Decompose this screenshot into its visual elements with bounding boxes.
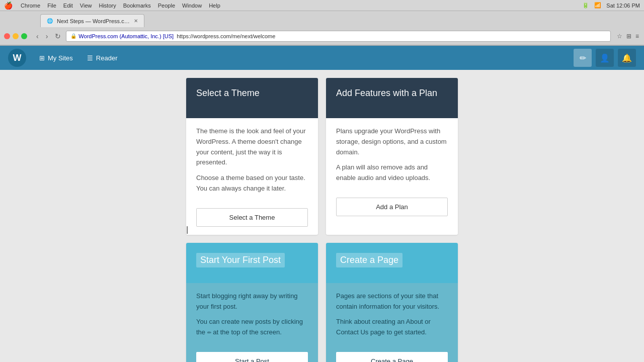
reader-label: Reader bbox=[96, 54, 118, 62]
select-theme-button[interactable]: Select a Theme bbox=[196, 208, 308, 227]
traffic-lights bbox=[4, 33, 27, 39]
first-post-card-header: Start Your First Post bbox=[186, 243, 318, 283]
first-post-desc-2: You can create new posts by clicking the… bbox=[196, 317, 308, 338]
create-page-card-body: Pages are sections of your site that con… bbox=[326, 283, 458, 346]
minimize-window-button[interactable] bbox=[13, 33, 19, 39]
url-path: https://wordpress.com/me/next/welcome bbox=[177, 33, 275, 39]
wordpress-logo[interactable]: W bbox=[8, 49, 26, 67]
tab-bar: 🌐 Next Steps — WordPress.c… ✕ bbox=[0, 11, 644, 27]
url-display: WordPress.com (Automattic, Inc.) [US] ht… bbox=[78, 33, 275, 39]
select-theme-desc-2: Choose a theme based on your taste. You … bbox=[196, 173, 308, 194]
add-plan-card-footer: Add a Plan bbox=[326, 192, 458, 224]
create-page-title: Create a Page bbox=[336, 253, 403, 267]
my-sites-label: My Sites bbox=[48, 54, 73, 62]
menu-icon[interactable]: ≡ bbox=[634, 32, 640, 41]
wp-logo-text: W bbox=[13, 53, 22, 63]
create-page-card-footer: Create a Page bbox=[326, 346, 458, 362]
extensions-icon[interactable]: ⊞ bbox=[625, 32, 632, 41]
clock: Sat 12:06 PM bbox=[606, 3, 640, 9]
profile-button[interactable]: 👤 bbox=[596, 49, 614, 67]
create-page-desc-1: Pages are sections of your site that con… bbox=[336, 291, 448, 312]
mac-menu-bar: 🍎 Chrome File Edit View History Bookmark… bbox=[0, 0, 644, 11]
browser-tab[interactable]: 🌐 Next Steps — WordPress.c… ✕ bbox=[40, 14, 144, 27]
battery-icon: 🔋 bbox=[582, 2, 589, 9]
menu-window[interactable]: Window bbox=[182, 3, 202, 9]
create-page-button[interactable]: Create a Page bbox=[336, 352, 448, 362]
create-page-card: Create a Page Pages are sections of your… bbox=[326, 243, 458, 362]
menu-file[interactable]: File bbox=[47, 3, 56, 9]
ssl-lock-icon: 🔒 bbox=[70, 33, 76, 39]
pencil-icon: ✏ bbox=[207, 330, 211, 335]
select-theme-card-body: The theme is the look and feel of your W… bbox=[186, 118, 318, 202]
tab-close-button[interactable]: ✕ bbox=[134, 18, 138, 24]
select-theme-desc-1: The theme is the look and feel of your W… bbox=[196, 126, 308, 168]
add-plan-card: Add Features with a Plan Plans upgrade y… bbox=[326, 78, 458, 235]
wifi-icon: 📶 bbox=[594, 2, 601, 9]
create-page-card-header: Create a Page bbox=[326, 243, 458, 283]
main-content: Select a Theme The theme is the look and… bbox=[0, 70, 644, 362]
menu-history[interactable]: History bbox=[99, 3, 116, 9]
first-post-card-footer: Start a Post bbox=[186, 346, 318, 362]
create-page-desc-2: Think about creating an About or Contact… bbox=[336, 317, 448, 338]
menu-people[interactable]: People bbox=[158, 3, 175, 9]
select-theme-card: Select a Theme The theme is the look and… bbox=[186, 78, 318, 235]
reader-icon: ☰ bbox=[87, 54, 93, 62]
forward-button[interactable]: › bbox=[44, 31, 50, 41]
browser-chrome: 🌐 Next Steps — WordPress.c… ✕ ‹ › ↻ 🔒 Wo… bbox=[0, 11, 644, 46]
menu-help[interactable]: Help bbox=[209, 3, 220, 9]
url-origin: WordPress.com (Automattic, Inc.) [US] bbox=[78, 33, 174, 39]
menu-view[interactable]: View bbox=[80, 3, 92, 9]
first-post-desc-1: Start blogging right away by writing you… bbox=[196, 291, 308, 312]
first-post-card: Start Your First Post Start blogging rig… bbox=[186, 243, 318, 362]
add-plan-card-body: Plans upgrade your WordPress with storag… bbox=[326, 118, 458, 192]
apple-icon[interactable]: 🍎 bbox=[4, 2, 13, 10]
menu-edit[interactable]: Edit bbox=[63, 3, 73, 9]
tab-title: Next Steps — WordPress.c… bbox=[57, 18, 130, 24]
add-plan-title: Add Features with a Plan bbox=[336, 88, 448, 99]
first-post-card-body: Start blogging right away by writing you… bbox=[186, 283, 318, 346]
back-button[interactable]: ‹ bbox=[34, 31, 41, 41]
my-sites-nav[interactable]: ⊞ My Sites bbox=[32, 50, 80, 66]
cards-grid: Select a Theme The theme is the look and… bbox=[186, 78, 458, 362]
compose-button[interactable]: ✏ bbox=[574, 49, 592, 67]
tab-favicon: 🌐 bbox=[47, 18, 53, 24]
first-post-title: Start Your First Post bbox=[196, 253, 285, 267]
address-bar[interactable]: 🔒 WordPress.com (Automattic, Inc.) [US] … bbox=[66, 31, 611, 42]
menu-bookmarks[interactable]: Bookmarks bbox=[123, 3, 151, 9]
select-theme-title: Select a Theme bbox=[196, 88, 308, 99]
select-theme-card-footer: Select a Theme bbox=[186, 202, 318, 235]
wordpress-header: W ⊞ My Sites ☰ Reader ✏ 👤 🔔 bbox=[0, 46, 644, 70]
close-window-button[interactable] bbox=[4, 33, 10, 39]
notifications-button[interactable]: 🔔 bbox=[618, 49, 636, 67]
select-theme-card-header: Select a Theme bbox=[186, 78, 318, 118]
reload-button[interactable]: ↻ bbox=[53, 31, 63, 41]
add-plan-desc-1: Plans upgrade your WordPress with storag… bbox=[336, 126, 448, 157]
mac-status-bar: 🔋 📶 Sat 12:06 PM bbox=[582, 2, 640, 9]
add-plan-card-header: Add Features with a Plan bbox=[326, 78, 458, 118]
menu-chrome[interactable]: Chrome bbox=[21, 3, 40, 9]
maximize-window-button[interactable] bbox=[21, 33, 27, 39]
add-plan-desc-2: A plan will also remove ads and enable a… bbox=[336, 162, 448, 184]
header-right-icons: ✏ 👤 🔔 bbox=[574, 49, 636, 67]
reader-nav[interactable]: ☰ Reader bbox=[80, 50, 125, 66]
add-plan-button[interactable]: Add a Plan bbox=[336, 198, 448, 216]
my-sites-icon: ⊞ bbox=[39, 54, 45, 62]
start-post-button[interactable]: Start a Post bbox=[196, 352, 308, 362]
browser-toolbar: ‹ › ↻ 🔒 WordPress.com (Automattic, Inc.)… bbox=[0, 27, 644, 45]
bookmark-icon[interactable]: ☆ bbox=[616, 32, 623, 41]
browser-toolbar-icons: ☆ ⊞ ≡ bbox=[616, 32, 640, 41]
